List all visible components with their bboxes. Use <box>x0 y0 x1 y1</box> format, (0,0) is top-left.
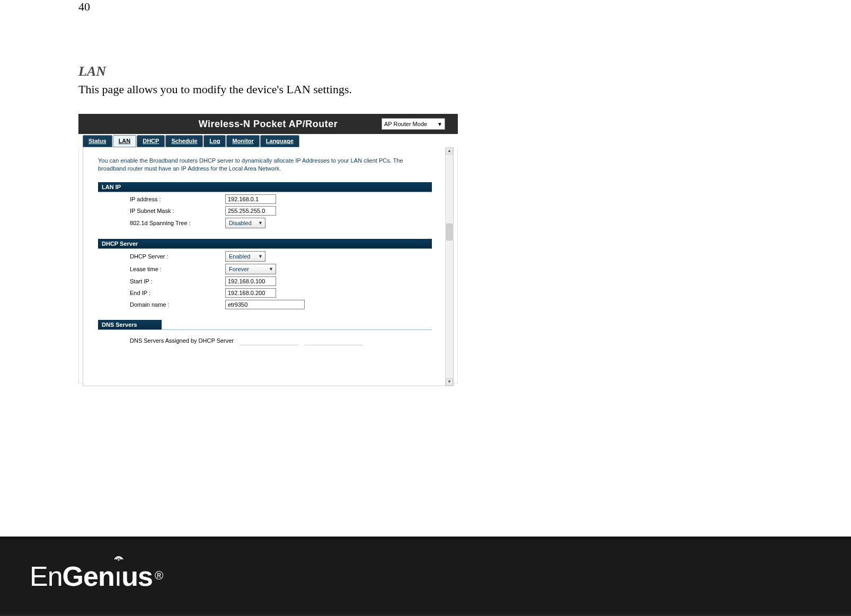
subnet-mask-label: IP Subnet Mask : <box>98 208 225 214</box>
dns-assigned-label: DNS Servers Assigned by DHCP Server <box>130 337 234 344</box>
router-content: You can enable the Broadband routers DHC… <box>83 147 453 351</box>
chevron-down-icon: ▼ <box>258 254 263 259</box>
subnet-mask-input[interactable] <box>225 206 276 216</box>
mode-select-value: AP Router Mode <box>384 121 427 127</box>
spanning-tree-value: Disabled <box>229 220 252 226</box>
lease-time-select[interactable]: Forever ▼ <box>225 264 276 274</box>
scroll-up-icon[interactable]: ▲ <box>446 147 453 155</box>
dns-servers-header: DNS Servers <box>98 320 162 329</box>
dhcp-server-header: DHCP Server <box>98 239 432 248</box>
tab-lan[interactable]: LAN <box>113 135 137 147</box>
row-subnet-mask: IP Subnet Mask : <box>98 206 437 216</box>
row-end-ip: End IP : <box>98 288 437 298</box>
section-title: LAN <box>78 64 651 79</box>
scrollbar[interactable]: ▲ ▼ <box>445 147 453 386</box>
dns-field-1[interactable] <box>240 336 298 345</box>
row-start-ip: Start IP : <box>98 276 437 286</box>
spanning-tree-label: 802.1d Spanning Tree : <box>98 220 225 226</box>
domain-name-input[interactable] <box>225 300 305 309</box>
brand-logo: EnGen ıus ® <box>30 560 161 592</box>
svg-point-0 <box>118 559 119 560</box>
router-header: Wireless-N Pocket AP/Router AP Router Mo… <box>78 114 458 134</box>
chevron-down-icon: ▼ <box>258 220 263 226</box>
lease-time-value: Forever <box>229 266 249 272</box>
tab-monitor[interactable]: Monitor <box>226 135 259 147</box>
ip-address-input[interactable] <box>225 194 276 204</box>
chevron-down-icon: ▼ <box>269 266 273 272</box>
spanning-tree-select[interactable]: Disabled ▼ <box>225 218 265 228</box>
wifi-icon <box>113 552 124 561</box>
mode-select[interactable]: AP Router Mode ▼ <box>382 118 445 130</box>
section: LAN This page allows you to modify the d… <box>78 64 651 96</box>
page-number: 40 <box>78 0 90 14</box>
document-page: 40 LAN This page allows you to modify th… <box>0 0 851 616</box>
lan-ip-header: LAN IP <box>98 182 432 192</box>
domain-name-label: Domain name : <box>98 301 225 308</box>
start-ip-label: Start IP : <box>98 278 225 284</box>
scroll-down-icon[interactable]: ▼ <box>446 378 453 386</box>
tab-status[interactable]: Status <box>83 135 112 147</box>
page-description: You can enable the Broadband routers DHC… <box>98 157 427 173</box>
row-domain-name: Domain name : <box>98 300 437 309</box>
end-ip-label: End IP : <box>98 290 225 296</box>
dns-field-2[interactable] <box>305 336 363 345</box>
scrollbar-track[interactable] <box>446 155 453 378</box>
brand-text: EnGen ıus <box>30 560 153 592</box>
lease-time-label: Lease time : <box>98 266 225 272</box>
row-dhcp-server: DHCP Server : Enabled ▼ <box>98 251 437 262</box>
row-ip-address: IP address : <box>98 194 437 204</box>
ip-address-label: IP address : <box>98 196 225 202</box>
tab-log[interactable]: Log <box>203 135 226 147</box>
start-ip-input[interactable] <box>225 276 276 286</box>
tab-schedule[interactable]: Schedule <box>165 135 203 147</box>
router-screenshot: Wireless-N Pocket AP/Router AP Router Mo… <box>78 114 458 384</box>
section-text: This page allows you to modify the devic… <box>78 83 651 96</box>
dhcp-server-label: DHCP Server : <box>98 253 225 260</box>
tab-bar: Status LAN DHCP Schedule Log Monitor Lan… <box>78 134 458 147</box>
dhcp-server-select[interactable]: Enabled ▼ <box>225 251 265 262</box>
divider <box>98 248 432 249</box>
divider <box>98 329 432 330</box>
row-spanning-tree: 802.1d Spanning Tree : Disabled ▼ <box>98 218 437 228</box>
end-ip-input[interactable] <box>225 288 276 298</box>
chevron-down-icon: ▼ <box>437 121 442 127</box>
row-lease-time: Lease time : Forever ▼ <box>98 264 437 274</box>
tab-dhcp[interactable]: DHCP <box>137 135 165 147</box>
scrollbar-thumb[interactable] <box>446 224 453 240</box>
divider <box>98 192 432 192</box>
dhcp-server-value: Enabled <box>229 253 250 260</box>
row-dns-assigned: DNS Servers Assigned by DHCP Server <box>98 331 437 345</box>
footer: EnGen ıus ® <box>0 537 851 616</box>
tab-language[interactable]: Language <box>260 135 299 147</box>
registered-mark: ® <box>155 569 163 583</box>
router-content-frame: ▲ ▼ You can enable the Broadband routers… <box>83 147 454 386</box>
